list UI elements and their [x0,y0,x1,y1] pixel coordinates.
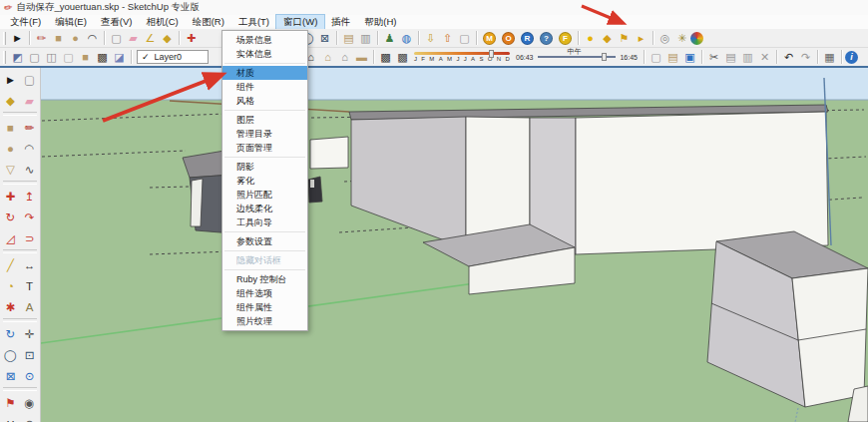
select-tool[interactable]: ► [1,69,20,90]
sphere-icon[interactable]: ● [582,30,599,46]
redo-icon[interactable]: ↷ [797,49,814,65]
time-track[interactable]: 中午 [538,56,617,58]
paint-bucket-tool[interactable]: ◆ [159,30,176,46]
circle-tool[interactable]: ● [67,30,84,46]
viewport-canvas[interactable] [0,68,868,422]
menu-item-soften-edges[interactable]: 边线柔化 [222,202,307,215]
style-wireframe-icon[interactable]: ◫ [43,49,60,65]
google-earth-icon[interactable]: ◍ [398,30,415,46]
style-back-edges-icon[interactable]: ▢ [26,49,43,65]
look-around-tool[interactable]: ◉ [20,392,39,413]
badge-o-icon[interactable]: O [502,32,515,45]
make-component-tool[interactable]: ▢ [20,69,39,90]
view-side-icon[interactable]: ▬ [353,49,370,65]
select-tool[interactable]: ► [9,30,26,46]
menu-item-photo-match[interactable]: 照片匹配 [222,188,307,202]
menubar-camera[interactable]: 相机(C) [139,15,185,29]
offset-tool[interactable]: ⊃ [20,227,39,248]
follow-me-tool[interactable]: ↷ [20,207,39,227]
arc-tool[interactable]: ◠ [84,30,101,46]
paint-bucket-tool[interactable]: ◆ [1,90,20,111]
rectangle-tool[interactable]: ■ [50,30,67,46]
line-tool[interactable]: ✏ [20,117,39,138]
cut-icon[interactable]: ✂ [705,49,722,65]
menu-item-outliner[interactable]: 管理目录 [222,127,307,141]
copy-icon[interactable]: ▤ [722,49,739,65]
time-slider-handle[interactable] [602,53,607,61]
section-plane-tool[interactable]: ⊘ [20,413,39,422]
menu-item-component-options[interactable]: 组件选项 [222,286,307,300]
menu-item-styles[interactable]: 风格 [222,94,307,108]
zoom-tool[interactable]: ◯ [1,344,20,365]
menu-item-fog[interactable]: 雾化 [222,174,307,188]
shadow-time-slider[interactable]: 06:43 中午 16:45 [516,54,638,61]
save-file-icon[interactable]: ▣ [681,49,698,65]
pan-tool[interactable]: ✛ [20,323,39,344]
shadow-month-slider[interactable]: JFMAMJJASOND [414,52,510,62]
view-front-icon[interactable]: ⌂ [336,49,353,65]
circle-tool[interactable]: ● [1,138,20,159]
badge-help-icon[interactable]: ? [540,32,553,45]
export-model-icon[interactable]: ▥ [357,30,374,46]
polygon-tool[interactable]: ▽ [1,159,20,180]
walk-figure-icon[interactable]: ♟ [381,30,398,46]
style-shaded-textures-icon[interactable]: ▩ [94,49,111,65]
toolbar-grip[interactable] [3,51,6,64]
zoom-extents-tool[interactable]: ⊠ [316,30,333,46]
menu-item-ruby-console[interactable]: Ruby 控制台 [222,272,307,286]
menubar-help[interactable]: 帮助(H) [357,15,403,29]
push-pull-tool[interactable]: ✚ [183,30,200,46]
eraser-tool[interactable]: ▰ [125,30,142,46]
menubar-edit[interactable]: 编辑(E) [48,15,94,29]
badge-m-icon[interactable]: M [483,32,496,45]
delete-icon[interactable]: ✕ [756,49,773,65]
import-model-icon[interactable]: ▤ [340,30,357,46]
shadow-dialog-icon[interactable]: ▩ [377,49,394,65]
zoom-extents-tool[interactable]: ⊠ [1,365,20,386]
menu-item-preferences[interactable]: 参数设置 [222,234,307,248]
freehand-tool[interactable]: ∿ [20,159,39,180]
position-camera-tool[interactable]: ⚑ [1,392,20,413]
text-tool[interactable]: T [20,275,39,296]
menu-item-scene-info[interactable]: 场景信息 [222,33,307,47]
menubar-file[interactable]: 文件(F) [3,15,48,29]
rectangle-tool[interactable]: ■ [1,117,20,138]
line-tool[interactable]: ✏ [33,30,50,46]
move-tool[interactable]: ✚ [1,186,20,207]
menu-item-components[interactable]: 组件 [222,80,307,94]
eraser-tool[interactable]: ▰ [20,90,39,111]
protractor-tool[interactable]: ◔ [1,275,20,296]
view-top-icon[interactable]: ⌂ [319,49,336,65]
menu-item-entity-info[interactable]: 实体信息 [222,47,307,61]
menubar-view[interactable]: 查看(V) [94,15,140,29]
menu-item-materials[interactable]: 材质 [222,66,307,80]
open-file-icon[interactable]: ▤ [664,49,681,65]
zoom-window-tool[interactable]: ⊡ [20,344,39,365]
walk-tool[interactable]: ∷ [1,413,20,422]
tape-measure-tool[interactable]: ╱ [1,254,20,275]
style-hidden-line-icon[interactable]: ▢ [60,49,77,65]
menu-item-photo-textures[interactable]: 照片纹理 [222,314,307,328]
badge-f-icon[interactable]: F [559,32,572,45]
style-shaded-icon[interactable]: ■ [77,49,94,65]
paste-icon[interactable]: ▥ [739,49,756,65]
arc-tool[interactable]: ◠ [20,138,39,159]
dimension-tool[interactable]: ↔ [20,254,39,275]
component-box-icon[interactable]: ▢ [456,30,473,46]
menu-item-component-attributes[interactable]: 组件属性 [222,300,307,314]
share-models-icon[interactable]: ⇧ [439,30,456,46]
scale-tool[interactable]: ◿ [1,227,20,248]
color-swirl-icon[interactable] [690,32,703,45]
3d-text-tool[interactable]: A [20,296,39,317]
toolbar-grip[interactable] [3,32,6,45]
layer-selector[interactable]: ✓ Layer0 [137,50,209,64]
axes-tool[interactable]: ✱ [1,296,20,317]
undo-icon[interactable]: ↶ [780,49,797,65]
ring-icon[interactable]: ◎ [656,30,673,46]
get-models-icon[interactable]: ⇩ [422,30,439,46]
info-icon[interactable]: i [845,51,858,64]
flag-icon[interactable]: ⚑ [616,30,633,46]
push-pull-tool[interactable]: ↥ [20,186,39,207]
badge-r-icon[interactable]: R [521,32,534,45]
sandbox-icon[interactable]: ◆ [599,30,616,46]
